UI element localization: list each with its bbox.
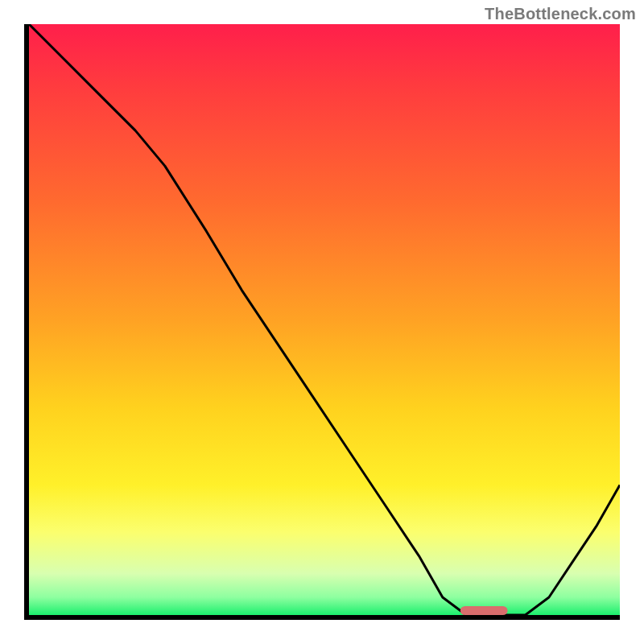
plot-area (29, 24, 620, 615)
watermark-text: TheBottleneck.com (485, 5, 636, 23)
optimal-marker (460, 606, 508, 615)
chart-frame: TheBottleneck.com (0, 0, 644, 644)
